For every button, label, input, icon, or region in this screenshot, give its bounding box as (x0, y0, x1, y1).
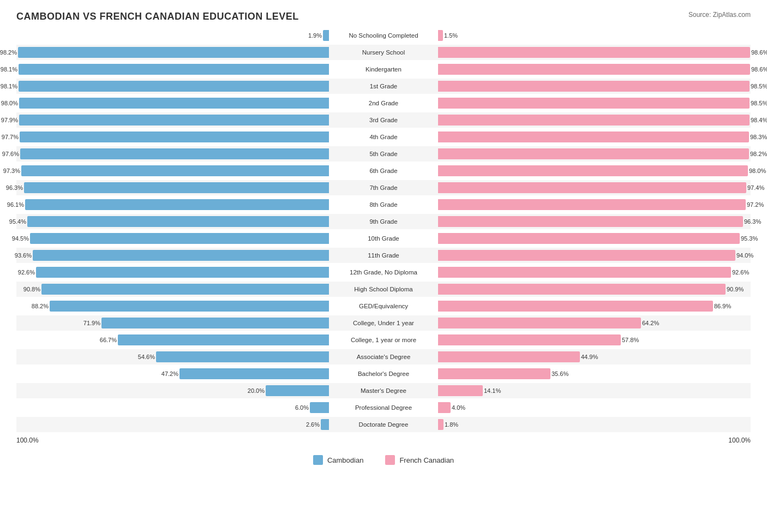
right-value: 94.0% (736, 252, 756, 259)
bar-right: 90.9% (438, 284, 726, 295)
left-value: 95.4% (7, 218, 26, 225)
bar-right: 96.3% (438, 216, 743, 227)
right-section: 97.2% (438, 197, 751, 212)
row-wrapper: 94.5% 10th Grade 95.3% (16, 231, 751, 246)
bar-row: 97.3% 6th Grade 98.0% (16, 163, 751, 178)
row-label: 12th Grade, No Diploma (329, 268, 438, 277)
legend-french-canadian-label: French Canadian (399, 456, 454, 464)
right-section: 97.4% (438, 180, 751, 195)
right-value: 98.6% (751, 66, 767, 73)
left-value: 54.6% (135, 354, 155, 360)
right-section: 98.6% (438, 45, 751, 60)
row-label: College, 1 year or more (329, 336, 438, 344)
left-section: 98.0% (16, 95, 329, 111)
row-wrapper: 97.7% 4th Grade 98.3% (16, 129, 751, 145)
row-wrapper: 97.9% 3rd Grade 98.4% (16, 112, 751, 128)
right-section: 98.3% (438, 129, 751, 145)
right-value: 95.3% (741, 235, 760, 242)
row-wrapper: 98.0% 2nd Grade 98.5% (16, 95, 751, 111)
row-wrapper: 47.2% Bachelor's Degree 35.6% (16, 366, 751, 381)
right-section: 57.8% (438, 332, 751, 348)
right-section: 4.0% (438, 400, 751, 415)
axis-labels: 100.0% 100.0% (16, 437, 751, 444)
bar-left: 90.8% (41, 284, 329, 295)
bar-row: 98.2% Nursery School 98.6% (16, 45, 751, 60)
left-value: 2.6% (300, 421, 320, 428)
right-value: 98.5% (751, 100, 767, 106)
left-section: 97.6% (16, 146, 329, 162)
row-label: 8th Grade (329, 200, 438, 209)
left-section: 66.7% (16, 332, 329, 348)
left-value: 96.1% (4, 201, 24, 208)
row-label: Associate's Degree (329, 352, 438, 361)
row-wrapper: 93.6% 11th Grade 94.0% (16, 248, 751, 263)
chart-title: CAMBODIAN VS FRENCH CANADIAN EDUCATION L… (16, 11, 751, 22)
left-section: 6.0% (16, 400, 329, 415)
bar-right: 97.4% (438, 182, 746, 193)
right-section: 1.5% (438, 28, 751, 43)
row-label: 7th Grade (329, 183, 438, 192)
chart-container: CAMBODIAN VS FRENCH CANADIAN EDUCATION L… (0, 0, 767, 498)
bar-left: 54.6% (156, 351, 329, 362)
left-section: 47.2% (16, 366, 329, 381)
row-wrapper: 97.3% 6th Grade 98.0% (16, 163, 751, 178)
left-section: 97.9% (16, 112, 329, 128)
right-section: 95.3% (438, 231, 751, 246)
right-value: 96.3% (744, 218, 764, 225)
left-value: 20.0% (245, 387, 265, 394)
left-section: 90.8% (16, 282, 329, 297)
right-section: 64.2% (438, 315, 751, 331)
left-value: 98.1% (0, 83, 17, 89)
bar-row: 95.4% 9th Grade 96.3% (16, 214, 751, 229)
right-value: 1.8% (445, 421, 464, 428)
bar-left: 98.1% (19, 64, 329, 75)
right-section: 86.9% (438, 298, 751, 314)
left-value: 71.9% (81, 320, 100, 326)
bar-right: 4.0% (438, 402, 451, 413)
row-wrapper: 96.1% 8th Grade 97.2% (16, 197, 751, 212)
row-wrapper: 71.9% College, Under 1 year 64.2% (16, 315, 751, 331)
row-label: High School Diploma (329, 285, 438, 294)
row-label: 11th Grade (329, 251, 438, 260)
bar-row: 97.7% 4th Grade 98.3% (16, 129, 751, 145)
row-wrapper: 98.1% Kindergarten 98.6% (16, 62, 751, 77)
right-section: 44.9% (438, 349, 751, 364)
right-value: 98.6% (751, 49, 767, 56)
row-wrapper: 90.8% High School Diploma 90.9% (16, 282, 751, 297)
bar-row: 2.6% Doctorate Degree 1.8% (16, 417, 751, 432)
right-value: 98.4% (751, 117, 767, 123)
bar-row: 90.8% High School Diploma 90.9% (16, 282, 751, 297)
right-value: 98.3% (750, 134, 767, 140)
right-value: 4.0% (452, 404, 471, 411)
left-section: 2.6% (16, 417, 329, 432)
left-value: 97.3% (1, 168, 20, 174)
left-section: 88.2% (16, 298, 329, 314)
bar-left: 98.0% (19, 98, 329, 109)
right-value: 86.9% (714, 303, 734, 309)
row-label: College, Under 1 year (329, 319, 438, 327)
row-wrapper: 1.9% No Schooling Completed 1.5% (16, 28, 751, 43)
bar-row: 96.1% 8th Grade 97.2% (16, 197, 751, 212)
bar-left: 93.6% (33, 250, 329, 261)
row-wrapper: 95.4% 9th Grade 96.3% (16, 214, 751, 229)
bar-left: 66.7% (118, 334, 329, 345)
bar-row: 98.1% 1st Grade 98.5% (16, 79, 751, 94)
bar-row: 97.6% 5th Grade 98.2% (16, 146, 751, 162)
left-section: 94.5% (16, 231, 329, 246)
left-value: 1.9% (302, 32, 322, 39)
bar-left: 71.9% (101, 318, 329, 328)
row-label: Master's Degree (329, 386, 438, 395)
row-label: GED/Equivalency (329, 302, 438, 310)
legend: Cambodian French Canadian (16, 455, 751, 465)
right-section: 98.2% (438, 146, 751, 162)
bar-row: 93.6% 11th Grade 94.0% (16, 248, 751, 263)
right-value: 92.6% (732, 269, 752, 276)
bar-row: 94.5% 10th Grade 95.3% (16, 231, 751, 246)
row-label: 4th Grade (329, 133, 438, 141)
row-wrapper: 66.7% College, 1 year or more 57.8% (16, 332, 751, 348)
left-value: 97.9% (0, 117, 18, 123)
bar-right: 35.6% (438, 368, 550, 379)
bar-left: 97.7% (20, 131, 329, 142)
right-section: 98.5% (438, 79, 751, 94)
left-section: 98.1% (16, 79, 329, 94)
